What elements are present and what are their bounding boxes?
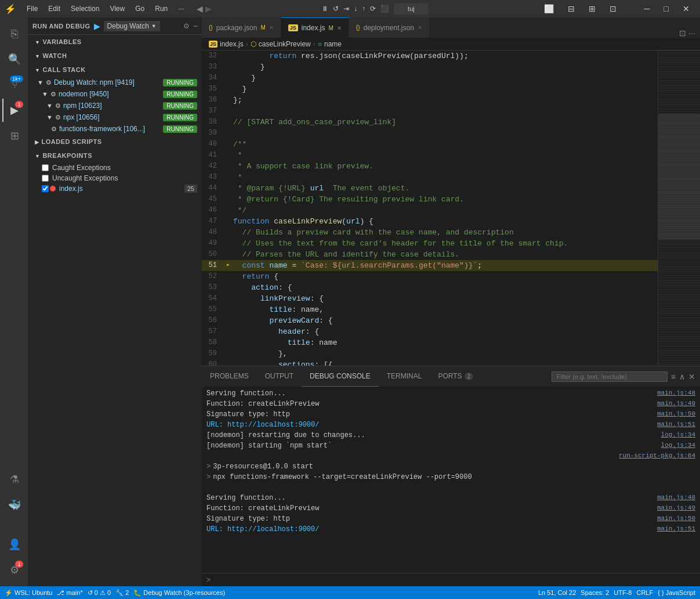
debug-config-name: Debug Watch	[107, 22, 149, 30]
debug-more-icon[interactable]: ···	[193, 21, 197, 31]
variables-header[interactable]: VARIABLES	[28, 35, 202, 49]
watch-header[interactable]: WATCH	[28, 49, 202, 63]
menu-run[interactable]: Run	[150, 2, 172, 15]
line-content-40: /**	[233, 139, 658, 150]
more-tabs-icon[interactable]: ···	[688, 28, 695, 38]
breakpoints-header[interactable]: BREAKPOINTS	[28, 149, 202, 163]
tab-close-deployment[interactable]: ✕	[418, 24, 422, 31]
tab-close-index[interactable]: ✕	[337, 25, 342, 31]
console-link-14[interactable]: main.js:51	[657, 525, 695, 532]
filter-list-icon[interactable]: ≡	[671, 372, 676, 381]
status-language[interactable]: { } JavaScript	[658, 589, 695, 596]
console-link-1[interactable]: main.js:48	[657, 389, 695, 396]
tab-package-json[interactable]: {} package.json M ✕	[202, 17, 281, 38]
activity-run-debug[interactable]: ▶ 1	[2, 99, 26, 122]
activity-explorer[interactable]: ⎘	[2, 22, 26, 45]
stack-item-0[interactable]: ▼ ⚙ Debug Watch: npm [9419] RUNNING	[28, 77, 202, 88]
status-debug[interactable]: 🐛 Debug Watch (3p-resources)	[133, 589, 225, 597]
activity-testing[interactable]: ⚗	[2, 468, 26, 491]
console-link-5[interactable]: log.js:34	[661, 431, 695, 438]
debug-continue[interactable]: ⟳	[370, 5, 376, 13]
menu-view[interactable]: View	[105, 2, 129, 15]
console-filter-input[interactable]	[552, 371, 668, 382]
menu-more[interactable]: ···	[173, 2, 188, 15]
tab-ports[interactable]: PORTS 2	[430, 366, 481, 387]
console-link-3[interactable]: main.js:50	[657, 410, 695, 417]
status-wsl[interactable]: ⚡ WSL: Ubuntu	[5, 589, 52, 597]
status-eol[interactable]: CRLF	[636, 589, 653, 596]
tab-debug-console[interactable]: DEBUG CONSOLE	[302, 366, 379, 387]
line-num-55: 55	[202, 304, 226, 315]
panel-close-icon[interactable]: ✕	[688, 372, 695, 381]
debug-restart[interactable]: ↺	[333, 5, 339, 13]
stack-item-4[interactable]: ⚙ functions-framework [106...] RUNNING	[28, 123, 202, 135]
window-close[interactable]: ✕	[677, 2, 695, 16]
loaded-scripts-header[interactable]: LOADED SCRIPTS	[28, 135, 202, 149]
stack-item-1[interactable]: ▼ ⚙ nodemon [9450] RUNNING	[28, 88, 202, 100]
tab-index-js[interactable]: JS index.js M ✕	[281, 17, 349, 38]
debug-step-over[interactable]: ⇥	[343, 5, 349, 13]
debug-settings-icon[interactable]: ⚙	[183, 22, 190, 30]
tab-output[interactable]: OUTPUT	[257, 366, 302, 387]
uncaught-exceptions-checkbox[interactable]	[42, 175, 49, 182]
debug-stop[interactable]: ⬛	[380, 5, 389, 13]
sidebar-scroll[interactable]: VARIABLES WATCH CALL STACK ▼ ⚙	[28, 35, 202, 586]
window-maximize[interactable]: □	[658, 2, 674, 16]
debug-step-into[interactable]: ↓	[354, 5, 357, 13]
breadcrumb-fn[interactable]: caseLinkPreview	[259, 40, 311, 48]
nav-forward[interactable]: ▶	[205, 4, 212, 13]
code-lines[interactable]: 32 return res.json(caseLinkPreview(parse…	[202, 50, 658, 366]
breadcrumb: JS index.js › ⬡ caseLinkPreview › ○ name	[202, 38, 700, 50]
debug-config-select[interactable]: Debug Watch ▼	[104, 21, 160, 31]
console-link-2[interactable]: main.js:49	[657, 400, 695, 407]
activity-account[interactable]: 👤	[2, 533, 26, 556]
activity-settings[interactable]: ⚙ 1	[2, 558, 26, 582]
split-editor-icon[interactable]: ⊡	[679, 28, 686, 38]
activity-source-control[interactable]: ⑂ 1k+	[2, 73, 26, 96]
breadcrumb-var[interactable]: name	[324, 40, 342, 48]
line-num-58: 58	[202, 337, 226, 348]
status-spaces[interactable]: Spaces: 2	[581, 589, 609, 596]
console-link-6[interactable]: log.js:34	[661, 442, 695, 449]
tab-problems[interactable]: PROBLEMS	[202, 366, 257, 387]
console-link-7[interactable]: run-script-pkg.js:64	[619, 452, 695, 459]
status-branch[interactable]: ⎇ main*	[57, 589, 82, 597]
layout-icon3[interactable]: ⊞	[583, 2, 601, 16]
stack-item-2[interactable]: ▼ ⚙ npm [10623] RUNNING	[28, 100, 202, 111]
debug-step-out[interactable]: ↑	[362, 5, 365, 13]
debug-pause[interactable]: ⏸	[321, 5, 328, 13]
activity-docker[interactable]: 🐳	[2, 493, 26, 517]
layout-icon4[interactable]: ⊡	[604, 2, 622, 16]
console-link-12[interactable]: main.js:49	[657, 504, 695, 511]
status-encoding[interactable]: UTF-8	[614, 589, 632, 596]
status-position[interactable]: Ln 51, Col 22	[538, 589, 576, 596]
tab-deployment-json[interactable]: {} deployment.json ✕	[349, 17, 430, 38]
menu-bar[interactable]: File Edit Selection View Go Run ···	[22, 2, 188, 15]
status-sync[interactable]: 🔧 2	[115, 589, 129, 597]
console-link-13[interactable]: main.js:50	[657, 515, 695, 522]
console-output[interactable]: Serving function... main.js:48 Function:…	[202, 387, 700, 573]
activity-search[interactable]: 🔍	[2, 48, 26, 71]
nav-back[interactable]: ◀	[197, 4, 203, 13]
debug-play-icon[interactable]: ▶	[94, 21, 100, 31]
console-link-11[interactable]: main.js:48	[657, 494, 695, 501]
debug-console-input[interactable]	[213, 576, 695, 584]
status-errors[interactable]: ↺ 0 ⚠ 0	[88, 589, 111, 597]
tab-close-package[interactable]: ✕	[269, 24, 274, 31]
menu-file[interactable]: File	[22, 2, 42, 15]
menu-go[interactable]: Go	[130, 2, 149, 15]
activity-extensions[interactable]: ⊞	[2, 124, 26, 147]
call-stack-header[interactable]: CALL STACK	[28, 63, 202, 77]
caught-exceptions-checkbox[interactable]	[42, 164, 49, 171]
panel-collapse-icon[interactable]: ∧	[679, 372, 685, 381]
indexjs-breakpoint-checkbox[interactable]	[42, 185, 49, 192]
stack-item-3[interactable]: ▼ ⚙ npx [10656] RUNNING	[28, 111, 202, 123]
breadcrumb-file[interactable]: index.js	[220, 40, 244, 48]
layout-icon1[interactable]: ⬜	[538, 2, 560, 16]
console-link-4[interactable]: main.js:51	[657, 421, 695, 428]
menu-edit[interactable]: Edit	[43, 2, 65, 15]
layout-icon2[interactable]: ⊟	[562, 2, 581, 16]
menu-selection[interactable]: Selection	[66, 2, 104, 15]
window-minimize[interactable]: ─	[639, 2, 656, 16]
tab-terminal[interactable]: TERMINAL	[379, 366, 430, 387]
